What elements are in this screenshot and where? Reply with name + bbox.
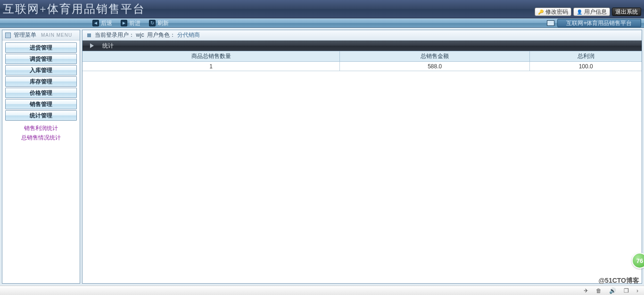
col-total-qty: 商品总销售数量 [83, 51, 340, 62]
main-panel: 当前登录用户： wjc 用户角色： 分代销商 统计 商品总销售数量 总销售金额 … [82, 30, 642, 284]
sidebar-item-label: 库存管理 [30, 78, 52, 86]
sidebar-item-inventory[interactable]: 库存管理 [5, 76, 77, 87]
sidebar-item-label: 价格管理 [30, 89, 52, 97]
forward-label: 前进 [129, 19, 140, 27]
nav-group: ◄ 后退 ► 前进 ↻ 刷新 [0, 19, 169, 27]
section-title: 统计 [102, 42, 114, 50]
sidebar-item-label: 销售管理 [30, 100, 52, 108]
logout-button[interactable]: 退出系统 [612, 8, 641, 16]
toolbar-right: 互联网+体育用品销售平台 [547, 19, 641, 27]
sidebar-item-inbound[interactable]: 入库管理 [5, 65, 77, 75]
main-header: 当前登录用户： wjc 用户角色： 分代销商 [83, 30, 642, 41]
table-row: 1 588.0 100.0 [83, 62, 642, 71]
cell-total-qty: 1 [83, 62, 340, 71]
change-password-label: 修改密码 [545, 8, 568, 16]
sidebar-subtitle: MAIN MENU [41, 33, 72, 38]
sidebar-item-label: 统计管理 [30, 112, 52, 120]
menu-list: 进货管理 调货管理 入库管理 库存管理 价格管理 销售管理 统计管理 销售利润统… [2, 41, 80, 142]
login-prefix: 当前登录用户： [95, 32, 134, 38]
toolbar: ◄ 后退 ► 前进 ↻ 刷新 互联网+体育用品销售平台 [0, 18, 644, 28]
tray-copy-icon[interactable]: ❐ [624, 287, 629, 294]
bullet-icon [87, 33, 91, 37]
cell-total-profit: 100.0 [530, 62, 642, 71]
forward-button[interactable]: ► 前进 [121, 19, 140, 27]
title-bar: 互联网+体育用品销售平台 🔑 修改密码 👤 用户信息 退出系统 [0, 0, 644, 18]
sidebar-item-label: 入库管理 [30, 66, 52, 74]
monitor-icon [547, 20, 554, 26]
menu-icon [5, 33, 11, 38]
workspace: 管理菜单 MAIN MENU 进货管理 调货管理 入库管理 库存管理 价格管理 … [0, 28, 644, 286]
key-icon: 🔑 [538, 9, 544, 15]
sidebar-item-price[interactable]: 价格管理 [5, 88, 77, 98]
sublink-profit-stats[interactable]: 销售利润统计 [5, 123, 77, 133]
section-band: 统计 [83, 41, 642, 51]
tray-expand-icon[interactable]: › [636, 287, 638, 294]
role-prefix: 用户角色： [147, 32, 175, 38]
active-tab-label: 互联网+体育用品销售平台 [566, 19, 632, 27]
sidebar-item-label: 进货管理 [30, 44, 52, 52]
system-tray: ✈ 🗑 🔊 ❐ › [0, 286, 644, 295]
sidebar-title: 管理菜单 [14, 31, 36, 39]
user-icon: 👤 [577, 9, 582, 15]
table-header-row: 商品总销售数量 总销售金额 总利润 [83, 51, 642, 62]
active-tab[interactable]: 互联网+体育用品销售平台 [557, 19, 641, 27]
cell-total-amount: 588.0 [340, 62, 530, 71]
sidebar-item-purchase[interactable]: 进货管理 [5, 42, 77, 53]
user-info-label: 用户信息 [584, 8, 607, 16]
refresh-icon: ↻ [149, 20, 156, 26]
change-password-button[interactable]: 🔑 修改密码 [535, 8, 571, 16]
arrow-left-icon: ◄ [92, 20, 99, 26]
tray-rocket-icon[interactable]: ✈ [584, 287, 588, 294]
col-total-profit: 总利润 [530, 51, 642, 62]
header-actions: 🔑 修改密码 👤 用户信息 退出系统 [535, 8, 641, 16]
username: wjc [136, 32, 144, 38]
back-label: 后退 [101, 19, 112, 27]
sublink-total-sales-stats[interactable]: 总销售情况统计 [5, 133, 77, 142]
sidebar-item-stats[interactable]: 统计管理 [5, 110, 77, 121]
sidebar-sublinks: 销售利润统计 总销售情况统计 [5, 121, 77, 142]
user-info-button[interactable]: 👤 用户信息 [573, 8, 610, 16]
col-total-amount: 总销售金额 [340, 51, 530, 62]
current-user: 当前登录用户： wjc 用户角色： 分代销商 [95, 31, 200, 39]
tray-sound-icon[interactable]: 🔊 [609, 287, 616, 294]
sidebar: 管理菜单 MAIN MENU 进货管理 调货管理 入库管理 库存管理 价格管理 … [2, 30, 80, 284]
arrow-right-icon: ► [121, 20, 127, 26]
floating-badge[interactable]: 76 [632, 253, 644, 269]
sidebar-item-sales[interactable]: 销售管理 [5, 99, 77, 109]
back-button[interactable]: ◄ 后退 [92, 19, 112, 27]
sidebar-header: 管理菜单 MAIN MENU [2, 30, 80, 41]
refresh-label: 刷新 [157, 19, 169, 27]
refresh-button[interactable]: ↻ 刷新 [149, 19, 169, 27]
user-role: 分代销商 [177, 32, 200, 38]
badge-value: 76 [636, 257, 643, 264]
play-icon [90, 43, 94, 48]
tray-trash-icon[interactable]: 🗑 [596, 287, 602, 294]
app-title: 互联网+体育用品销售平台 [0, 1, 145, 16]
logout-label: 退出系统 [615, 8, 638, 16]
stats-table: 商品总销售数量 总销售金额 总利润 1 588.0 100.0 [83, 51, 642, 71]
sidebar-item-transfer[interactable]: 调货管理 [5, 54, 77, 64]
sidebar-item-label: 调货管理 [30, 55, 52, 63]
